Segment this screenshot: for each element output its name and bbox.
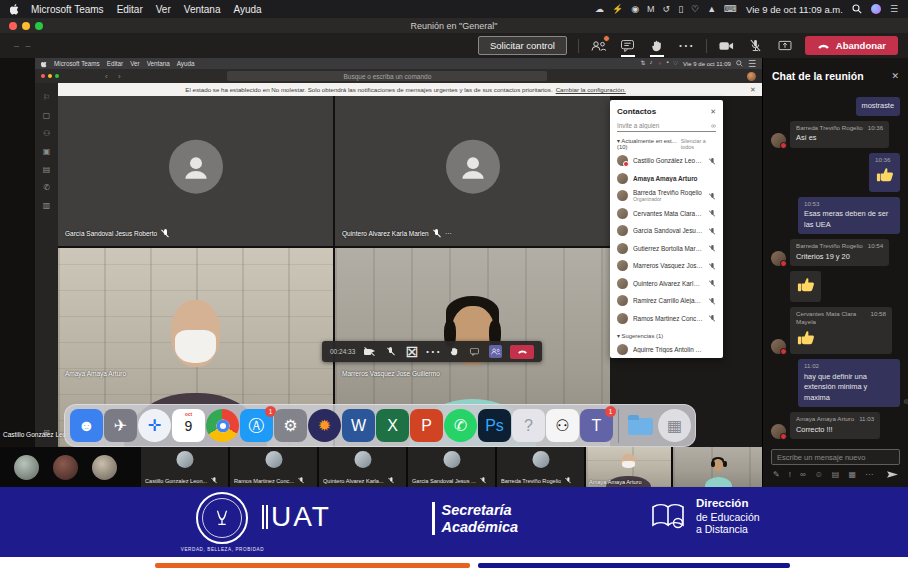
chat-message[interactable]: Barreda Treviño Rogelio 10:54 Criterios … (771, 239, 900, 266)
attach-icon[interactable]: ∞ (800, 470, 806, 479)
contact-row[interactable]: Amaya Amaya Arturo (617, 170, 716, 188)
spotlight-icon[interactable] (852, 4, 862, 14)
dock-icon[interactable]: ▦ (658, 409, 691, 442)
close-icon[interactable]: ✕ (710, 108, 716, 116)
contact-row[interactable]: Barreda Treviño Rogelio Organizador (617, 187, 716, 205)
status-icon[interactable]: ♡ (673, 59, 678, 68)
notification-center-icon[interactable]: ☰ (748, 59, 756, 69)
stop-sharing-icon[interactable]: ⊠ (405, 345, 418, 358)
mute-all-link[interactable]: Silenciar a todos (681, 138, 716, 150)
status-icon[interactable]: M (647, 4, 655, 14)
contact-row[interactable]: Ramirez Carrillo Alejandra (617, 292, 716, 310)
chat-icon[interactable] (619, 37, 637, 55)
mute-participant-icon[interactable] (708, 222, 716, 240)
calls-icon[interactable]: ✆ (43, 183, 50, 192)
shared-menubar-item[interactable]: Microsoft Teams (54, 60, 100, 67)
participant-avatar[interactable] (92, 455, 117, 480)
status-icon[interactable]: ☁ (595, 4, 604, 14)
status-icon[interactable]: ▯ (678, 4, 683, 14)
contacts-section-current[interactable]: ▾ Actualmente en est... (10) (617, 138, 681, 150)
menubar-item[interactable]: Ver (156, 4, 171, 15)
shared-menubar-item[interactable]: Ayuda (177, 60, 195, 67)
filmstrip-video-tile[interactable]: Amaya Amaya Arturo (586, 447, 671, 487)
status-icon[interactable]: ▲ (707, 4, 716, 14)
shared-menubar-item[interactable]: Ventana (147, 60, 170, 67)
mute-participant-icon[interactable] (708, 204, 716, 222)
chat-input[interactable] (777, 453, 894, 462)
menubar-item[interactable]: Ventana (184, 4, 221, 15)
more-options-icon[interactable]: ⋯ (865, 470, 873, 479)
menubar-clock[interactable]: Vie 9 de oct 11:09 a.m. (746, 4, 843, 15)
status-icon[interactable]: ♪ (650, 59, 653, 68)
more-options-icon[interactable]: ⋯ (426, 345, 439, 358)
participants-icon[interactable] (590, 37, 608, 55)
zoom-window-button[interactable] (55, 74, 59, 78)
dock-icon[interactable] (624, 409, 657, 442)
dock-icon[interactable]: P (410, 409, 443, 442)
chat-message[interactable]: Amaya Amaya Arturo 11:03 Correcto !!! (771, 412, 900, 439)
mute-participant-icon[interactable] (708, 257, 716, 275)
mute-participant-icon[interactable] (708, 187, 716, 205)
participant-avatar[interactable] (14, 455, 39, 480)
contact-row[interactable]: Aguirre Trigos Antolin Alejandro (617, 341, 716, 358)
participants-icon[interactable] (489, 345, 502, 358)
video-tile[interactable]: García Sandoval Jesus Roberto (58, 96, 333, 246)
leave-meeting-button[interactable]: Abandonar (805, 36, 898, 55)
contact-row[interactable]: Castillo González Leonardo (617, 152, 716, 170)
avatar[interactable] (747, 72, 756, 81)
teams-icon[interactable]: ⚇ (43, 129, 50, 138)
dock-icon[interactable]: ✆ (444, 409, 477, 442)
apple-menu-icon[interactable] (10, 4, 19, 15)
chat-icon[interactable]: ▢ (43, 111, 51, 120)
raise-hand-icon[interactable] (648, 37, 666, 55)
mute-participant-icon[interactable] (708, 274, 716, 292)
chat-icon[interactable] (468, 345, 481, 358)
status-icon[interactable]: ⇅ (641, 59, 646, 68)
mute-participant-icon[interactable] (708, 152, 716, 170)
dock-icon[interactable]: X (376, 409, 409, 442)
search-icon[interactable] (736, 60, 743, 67)
minimize-window-button[interactable] (48, 74, 52, 78)
files-icon[interactable]: ▥ (43, 201, 51, 210)
dock-icon[interactable] (618, 409, 619, 443)
filmstrip-participant-tile[interactable]: Garcia Sandoval Jesus ... (408, 447, 495, 487)
status-icon[interactable]: ◉ (631, 4, 639, 14)
participant-avatar[interactable] (53, 455, 78, 480)
share-screen-icon[interactable] (776, 37, 794, 55)
camera-off-icon[interactable] (363, 345, 376, 358)
sticker-icon[interactable]: ▦ (848, 470, 856, 479)
send-message-icon[interactable] (887, 470, 898, 479)
dock-icon[interactable]: W (342, 409, 375, 442)
more-options-icon[interactable]: ⋯ (677, 37, 695, 55)
nav-back-forward[interactable]: ‹ › (105, 72, 125, 81)
request-control-button[interactable]: Solicitar control (478, 36, 567, 55)
mic-muted-icon[interactable] (747, 37, 765, 55)
format-icon[interactable]: ✎ (773, 470, 780, 479)
dock-icon[interactable]: T 1 (580, 409, 613, 442)
chat-message[interactable]: 11:02 hay que definir una extensión mini… (771, 359, 900, 407)
status-icon[interactable]: ♡ (691, 4, 699, 14)
invite-input[interactable] (617, 122, 701, 129)
shared-menubar-item[interactable]: Editar (107, 60, 123, 67)
contact-row[interactable]: García Sandoval Jesus Rober... (617, 222, 716, 240)
activity-icon[interactable]: ⚐ (43, 93, 50, 102)
hang-up-icon[interactable] (510, 345, 534, 359)
status-icon[interactable]: ↺ (663, 4, 671, 14)
filmstrip-participant-tile[interactable]: Ramos Martinez Conc... (230, 447, 317, 487)
banner-settings-link[interactable]: Cambiar la configuración. (556, 86, 626, 93)
menubar-item[interactable]: Ayuda (233, 4, 261, 15)
mute-participant-icon[interactable] (708, 309, 716, 327)
dock-icon[interactable]: Ps (478, 409, 511, 442)
menubar-item[interactable]: Microsoft Teams (31, 4, 104, 15)
command-search-box[interactable]: Busque o escriba un comando (227, 71, 547, 81)
chat-message[interactable]: 10:36 (771, 153, 900, 192)
status-icon[interactable]: ⌨ (724, 4, 737, 14)
dock-icon[interactable]: ☻ (70, 409, 103, 442)
filmstrip-participant-tile[interactable]: Quintero Alvarez Karla... (319, 447, 406, 487)
contact-row[interactable]: Gutierrez Bortolla Maria De... (617, 240, 716, 258)
contact-row[interactable]: Ramos Martinez Concepcion (617, 310, 716, 328)
gif-icon[interactable]: ▤ (832, 470, 840, 479)
copy-link-icon[interactable]: ∞ (711, 122, 716, 129)
dock-icon[interactable]: ⚙ (274, 409, 307, 442)
status-icon[interactable]: ＋ (657, 59, 663, 68)
